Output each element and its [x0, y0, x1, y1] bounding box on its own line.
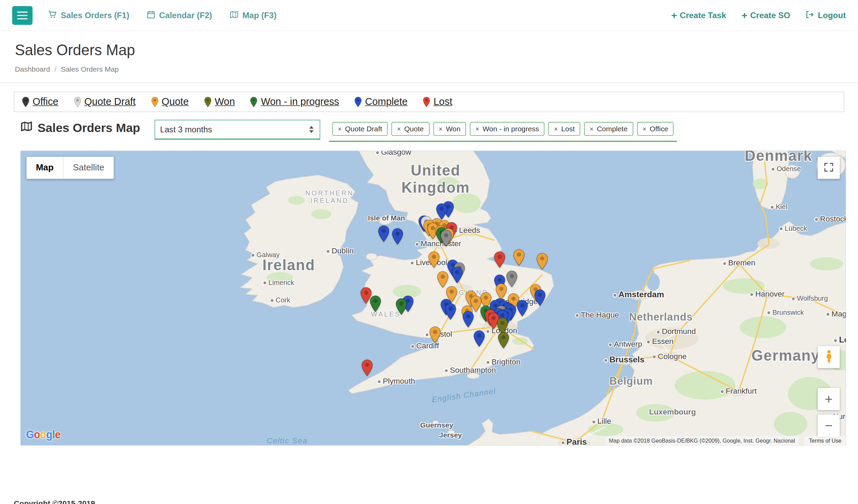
map-pin-complete[interactable] — [462, 311, 474, 330]
map-pin-gray[interactable] — [506, 271, 518, 290]
create-task-label: Create Task — [680, 11, 726, 20]
panel-title: Sales Orders Map — [21, 121, 140, 135]
create-task-button[interactable]: + Create Task — [671, 10, 726, 20]
terms-of-use-link[interactable]: Terms of Use — [805, 436, 846, 445]
select-stepper-icon — [308, 125, 314, 134]
logout-label: Logout — [818, 11, 846, 20]
map-pin-won[interactable] — [498, 332, 509, 351]
map-pin-wonprog[interactable] — [370, 295, 381, 314]
filter-tag[interactable]: ×Won — [433, 122, 466, 136]
map-pin-complete[interactable] — [392, 228, 403, 247]
legend-item-label[interactable]: Quote Draft — [84, 96, 136, 108]
legend-item-label[interactable]: Office — [33, 96, 58, 108]
filter-tag[interactable]: ×Quote — [392, 122, 429, 136]
remove-filter-icon[interactable]: × — [643, 125, 646, 132]
legend-item-complete[interactable]: Complete — [355, 96, 408, 108]
legend-item-label[interactable]: Lost — [433, 96, 452, 108]
remove-filter-icon[interactable]: × — [439, 125, 442, 132]
breadcrumb: Dashboard / Sales Orders Map — [15, 65, 843, 73]
footer-copyright: Copyright ©2015-2019 — [14, 499, 95, 504]
filter-tag-label: Quote — [404, 125, 424, 133]
legend-pin-icon — [22, 96, 29, 107]
map-pin-wonprog[interactable] — [396, 298, 407, 317]
legend-item-label[interactable]: Won - in progress — [261, 96, 339, 108]
legend-item-office[interactable]: Office — [22, 96, 58, 108]
logout-icon — [806, 10, 814, 20]
filter-tag-label: Lost — [561, 125, 575, 133]
remove-filter-icon[interactable]: × — [554, 125, 558, 132]
map-pin-complete[interactable] — [451, 267, 463, 286]
filter-tag[interactable]: ×Quote Draft — [332, 122, 388, 136]
filter-tag-label: Office — [650, 125, 668, 133]
legend-pin-icon — [151, 96, 158, 107]
panel-title-label: Sales Orders Map — [37, 121, 140, 135]
top-navbar: Sales Orders (F1) Calendar (F2) Map (F3)… — [0, 0, 858, 31]
google-logo[interactable]: Google — [26, 429, 61, 441]
remove-filter-icon[interactable]: × — [397, 125, 401, 132]
filter-tag[interactable]: ×Complete — [584, 122, 633, 136]
map-pin-quote[interactable] — [536, 253, 548, 272]
filter-tag-label: Complete — [597, 125, 628, 133]
breadcrumb-separator: / — [55, 65, 57, 73]
legend-item-label[interactable]: Won — [215, 96, 235, 108]
legend-item-won[interactable]: Won — [204, 96, 235, 108]
nav-map[interactable]: Map (F3) — [230, 10, 276, 20]
legend-pin-icon — [204, 96, 211, 107]
map-pin-complete[interactable] — [516, 300, 528, 319]
map-icon — [230, 10, 239, 20]
map-pin-quote[interactable] — [429, 326, 441, 346]
plus-icon: + — [671, 10, 677, 20]
nav-calendar[interactable]: Calendar (F2) — [147, 10, 212, 20]
legend-pin-icon — [74, 96, 81, 107]
filter-tags: ×Quote Draft×Quote×Won×Won - in progress… — [329, 120, 677, 142]
create-so-label: Create SO — [750, 11, 790, 20]
legend-item-lost[interactable]: Lost — [423, 96, 452, 108]
filter-tag-label: Quote Draft — [345, 125, 382, 133]
map-pin-gray[interactable] — [440, 230, 452, 249]
map-pin-quote[interactable] — [513, 249, 525, 268]
zoom-out-button[interactable]: − — [818, 415, 839, 436]
map-pin-complete[interactable] — [445, 303, 456, 322]
map-attribution: Map data ©2018 GeoBasis-DE/BKG (©2009), … — [606, 436, 798, 445]
plus-icon: + — [741, 10, 747, 20]
remove-filter-icon[interactable]: × — [590, 125, 594, 132]
pegman-icon — [825, 349, 832, 365]
remove-filter-icon[interactable]: × — [475, 125, 479, 132]
hamburger-menu-button[interactable] — [12, 6, 33, 25]
map-pin-quote[interactable] — [428, 251, 440, 271]
satellite-view-button[interactable]: Satellite — [63, 157, 114, 179]
calendar-icon — [147, 10, 155, 20]
period-select[interactable]: Last 3 months — [155, 120, 320, 140]
map-pin-lost[interactable] — [361, 359, 373, 379]
map-pins — [21, 151, 846, 446]
legend-pin-icon — [355, 96, 362, 107]
map-icon — [21, 121, 33, 135]
map-pin-complete[interactable] — [474, 330, 485, 349]
legend-item-label[interactable]: Complete — [365, 96, 408, 108]
map-pin-complete[interactable] — [378, 225, 390, 244]
map-pin-lost[interactable] — [494, 251, 505, 271]
map-pin-complete[interactable] — [534, 289, 546, 309]
legend-item-draft[interactable]: Quote Draft — [74, 96, 135, 108]
map-canvas[interactable]: United KingdomIrelandDenmarkGermanyNethe… — [21, 151, 846, 446]
create-so-button[interactable]: + Create SO — [741, 10, 790, 20]
breadcrumb-dashboard[interactable]: Dashboard — [15, 65, 50, 73]
nav-sales-orders[interactable]: Sales Orders (F1) — [48, 10, 129, 21]
legend-item-label[interactable]: Quote — [162, 96, 189, 108]
map-view-button[interactable]: Map — [26, 157, 63, 179]
street-view-pegman-button[interactable] — [818, 346, 839, 368]
legend-item-quote[interactable]: Quote — [151, 96, 189, 108]
fullscreen-button[interactable] — [818, 157, 839, 179]
filter-tag[interactable]: ×Won - in progress — [470, 122, 545, 136]
legend-pin-icon — [250, 96, 258, 107]
filter-tag[interactable]: ×Lost — [548, 122, 580, 136]
application: Sales Orders (F1) Calendar (F2) Map (F3)… — [0, 0, 858, 504]
fullscreen-icon — [824, 162, 834, 174]
navbar-right: + Create Task + Create SO Logout — [671, 10, 846, 20]
logout-button[interactable]: Logout — [806, 10, 846, 20]
filter-tag[interactable]: ×Office — [637, 122, 674, 136]
zoom-in-button[interactable]: + — [818, 388, 839, 410]
legend-item-wonprog[interactable]: Won - in progress — [250, 96, 339, 108]
remove-filter-icon[interactable]: × — [338, 125, 342, 132]
panel-header: Sales Orders Map Last 3 months ×Quote Dr… — [14, 115, 844, 142]
